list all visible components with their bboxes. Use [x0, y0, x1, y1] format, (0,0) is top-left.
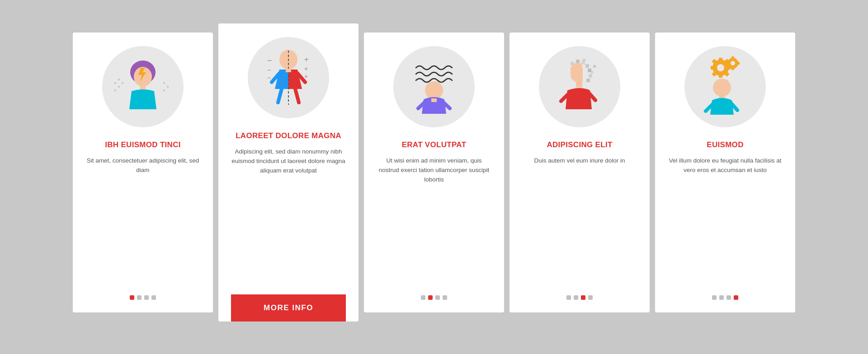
svg-rect-39	[719, 74, 722, 78]
dot-2	[719, 295, 724, 300]
dot-1	[712, 295, 717, 300]
svg-text:+: +	[304, 73, 308, 80]
svg-rect-49	[731, 67, 734, 70]
dot-3	[144, 295, 149, 300]
svg-rect-4	[122, 82, 123, 84]
svg-rect-33	[593, 65, 596, 68]
card-5-icon-circle	[684, 46, 766, 127]
dot-1	[421, 295, 425, 300]
gears-head-icon	[696, 55, 755, 118]
cards-container: IBH EUISMOD TINCI Sit amet, consectetuer…	[46, 14, 822, 340]
dot-4	[151, 295, 156, 300]
card-1-title: IBH EUISMOD TINCI	[105, 140, 181, 150]
svg-text:+: +	[304, 65, 308, 72]
card-5: EUISMOD Vel illum dolore eu feugiat null…	[655, 33, 795, 312]
svg-rect-26	[576, 60, 580, 63]
svg-rect-50	[737, 62, 740, 65]
lightning-head-icon	[113, 55, 172, 118]
svg-rect-31	[586, 79, 590, 82]
dot-4	[443, 295, 447, 300]
dot-4	[588, 295, 593, 300]
card-4-text: Duis autem vel eum iriure dolor in	[534, 156, 625, 284]
svg-rect-38	[719, 58, 722, 61]
dot-3	[435, 295, 440, 300]
svg-rect-0	[114, 82, 116, 84]
svg-rect-27	[581, 61, 585, 65]
card-3: ERAT VOLUTPAT Ut wisi enim ad minim veni…	[364, 33, 504, 312]
svg-text:−: −	[267, 74, 271, 81]
card-1-icon-circle	[102, 46, 184, 127]
svg-rect-32	[591, 71, 594, 74]
card-4: ADIPISCING ELIT Duis autem vel eum iriur…	[509, 33, 650, 312]
card-1: IBH EUISMOD TINCI Sit amet, consectetuer…	[73, 33, 213, 312]
svg-text:−: −	[267, 56, 272, 65]
card-2-text: Adipiscing elit, sed diam nonummy nibh e…	[231, 147, 346, 282]
svg-text:+: +	[304, 56, 308, 63]
svg-rect-6	[167, 86, 169, 88]
svg-rect-1	[118, 86, 120, 88]
svg-rect-7	[163, 89, 165, 91]
dot-2	[428, 295, 433, 300]
svg-point-47	[731, 61, 735, 65]
svg-rect-5	[163, 82, 165, 84]
card-5-title: EUISMOD	[707, 140, 743, 150]
svg-rect-29	[588, 69, 591, 72]
card-3-title: ERAT VOLUTPAT	[402, 140, 467, 150]
dot-1	[566, 295, 571, 300]
dot-2	[574, 295, 578, 300]
card-5-text: Vel illum dolore eu feugiat nulla facili…	[668, 156, 783, 284]
dot-4	[734, 295, 738, 300]
svg-point-52	[713, 79, 731, 97]
more-info-button[interactable]: MORE INFO	[231, 294, 346, 321]
svg-rect-2	[114, 89, 116, 91]
card-4-dots	[566, 295, 593, 300]
wavy-lines-icon	[405, 55, 463, 118]
split-person-icon: − − − + + +	[259, 46, 318, 109]
svg-rect-48	[731, 56, 734, 59]
svg-text:−: −	[267, 66, 271, 74]
card-4-title: ADIPISCING ELIT	[547, 140, 612, 150]
dot-2	[137, 295, 142, 300]
svg-point-23	[425, 81, 443, 99]
card-1-text: Sit amet, consectetuer adipiscing elit, …	[85, 156, 200, 284]
svg-point-37	[717, 64, 724, 71]
svg-rect-3	[118, 79, 120, 80]
card-2-title: LAOREET DOLORE MAGNA	[236, 131, 341, 141]
svg-rect-30	[589, 74, 592, 78]
svg-rect-41	[711, 66, 714, 70]
card-2: − − − + + +	[218, 23, 359, 321]
dot-3	[581, 295, 585, 300]
dot-3	[726, 295, 731, 300]
pixelated-head-icon	[550, 55, 609, 118]
svg-rect-28	[585, 64, 589, 68]
card-5-dots	[712, 295, 738, 300]
svg-rect-24	[431, 98, 437, 102]
svg-rect-22	[286, 69, 291, 72]
card-1-dots	[130, 295, 156, 300]
card-3-icon-circle	[393, 46, 475, 127]
svg-rect-51	[726, 62, 729, 65]
card-2-icon-circle: − − − + + +	[248, 37, 329, 118]
dot-1	[130, 295, 134, 300]
card-4-icon-circle	[539, 46, 620, 127]
card-3-dots	[421, 295, 447, 300]
svg-rect-35	[576, 81, 582, 88]
svg-rect-34	[583, 59, 585, 61]
card-3-text: Ut wisi enim ad minim veniam, quis nostr…	[377, 156, 491, 284]
